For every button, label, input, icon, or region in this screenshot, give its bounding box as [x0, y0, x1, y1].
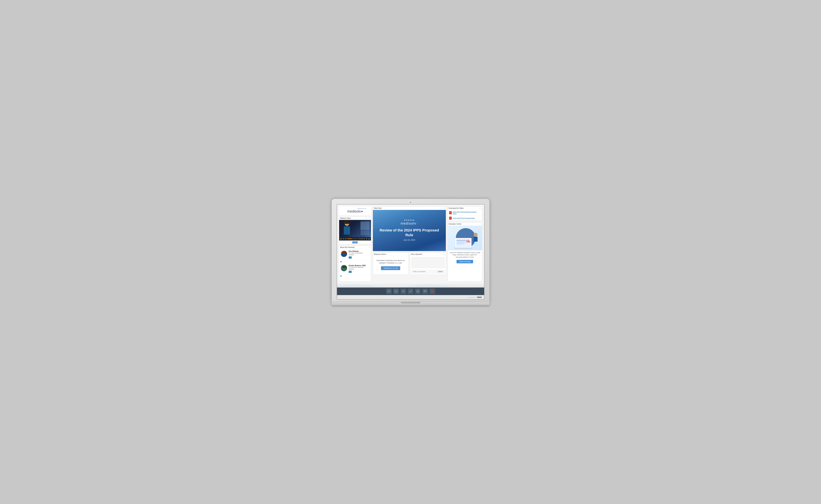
download-window[interactable]: □ — [480, 207, 481, 209]
bg-window-2 — [361, 230, 370, 235]
demo-panel: Request a Demo − Interested in learning … — [373, 252, 409, 275]
window-icon-2[interactable]: □ — [369, 246, 370, 248]
progress-bar[interactable] — [347, 239, 358, 239]
play-button[interactable]: ▶ — [340, 238, 342, 240]
svg-point-18 — [403, 290, 404, 291]
presenter-panel-title: About the Presenter — [340, 246, 355, 248]
hair — [344, 221, 350, 224]
slide-logo-text: medisolv — [401, 222, 418, 225]
slide-minus-icon[interactable]: − — [442, 207, 443, 209]
laptop-shell: medisolv Webinar Video ⤢ − □ — [332, 199, 490, 305]
slide-panel-title: Slide Deck — [374, 207, 382, 209]
play-label-button[interactable]: Play — [352, 241, 358, 243]
toolbar-edit-icon[interactable] — [408, 288, 413, 294]
presenter-panel: About the Presenter − □ — [339, 246, 371, 281]
download-link-2[interactable]: CMS 2024 IPPS Proposed Rule — [453, 217, 475, 219]
svg-rect-11 — [468, 240, 469, 242]
question-footer: Submit — [411, 270, 444, 273]
powered-by-text: POWERED BY — [468, 297, 475, 298]
download-minus[interactable]: − — [478, 207, 479, 209]
right-panel: Download the Slides − □ PDF 2024 IPPS Pr… — [448, 206, 482, 281]
minimize-icon[interactable]: − — [368, 246, 368, 248]
presenter-video — [343, 221, 352, 237]
s-dot-2 — [406, 220, 407, 221]
dot-4 — [362, 208, 363, 209]
svg-rect-3 — [457, 240, 466, 241]
edu-svg — [451, 227, 479, 250]
volume-icon[interactable]: 🔊 — [368, 238, 370, 240]
slide-header-controls: ⤢ − □ — [440, 207, 445, 209]
svg-rect-9 — [474, 237, 478, 242]
dot-5 — [364, 208, 364, 209]
fullscreen-icon[interactable]: ⤢ — [440, 207, 442, 209]
rewind-icon[interactable]: ↺ — [343, 238, 344, 240]
svg-rect-16 — [395, 290, 397, 292]
edu-text: Launch the Medisolv Education Center to … — [449, 252, 480, 258]
download-panel: Download the Slides − □ PDF 2024 IPPS Pr… — [448, 206, 482, 221]
download-header-controls: − □ — [478, 207, 481, 209]
question-input[interactable] — [411, 270, 435, 273]
expand-presenter-1[interactable]: ▶ — [339, 260, 371, 263]
wave-svg — [337, 283, 484, 288]
question-minus[interactable]: − — [442, 253, 443, 255]
presenter-2: Kristen Beatson, BSN VP, Electronic Meas… — [339, 263, 371, 274]
dot-1 — [358, 208, 358, 209]
timer-icon[interactable]: ⏱ — [345, 238, 347, 240]
toolbar-presentation-icon[interactable] — [386, 288, 392, 294]
dot-6 — [365, 208, 366, 209]
schedule-button[interactable]: Schedule a 1:1 call — [381, 266, 400, 270]
email-icon-2[interactable]: ✉ — [349, 271, 352, 273]
question-header-controls: − □ — [442, 253, 445, 255]
download-item-2[interactable]: PDF CMS 2024 IPPS Proposed Rule — [448, 216, 482, 221]
edu-panel-title: Education Center — [449, 223, 461, 225]
edu-body: Launch the Medisolv Education Center to … — [448, 250, 482, 265]
presenter-1-org: Medisolv — [349, 254, 370, 256]
expand-icon[interactable]: ⤢ — [366, 217, 367, 219]
toolbar-person-icon[interactable] — [401, 288, 406, 294]
download-item-1[interactable]: PDF 2024 IPPS Proposed Rule Review [PDF] — [448, 210, 482, 216]
bottom-toolbar — [337, 288, 484, 295]
question-textarea[interactable] — [411, 257, 444, 268]
logo-red-dot — [361, 211, 363, 212]
edu-minus[interactable]: − — [480, 223, 481, 225]
s-dot-3 — [408, 220, 409, 221]
wave-area — [337, 283, 484, 288]
question-panel: Ask a Question − □ Submit — [410, 252, 446, 275]
slide-red-dot — [417, 223, 418, 224]
presenter-1-name: Erin Heilman — [349, 250, 370, 252]
slide-date: July 19, 2023 — [403, 239, 415, 241]
minus-icon[interactable]: − — [368, 217, 368, 219]
avatar-1 — [341, 250, 347, 257]
demo-minus[interactable]: − — [407, 253, 407, 255]
video-panel: Webinar Video ⤢ − □ — [339, 216, 371, 244]
question-window[interactable]: □ — [444, 253, 445, 255]
avatar-img-2 — [341, 265, 347, 271]
toolbar-cancel-icon[interactable] — [429, 288, 435, 294]
slide-window-icon[interactable]: □ — [444, 207, 445, 209]
download-panel-header: Download the Slides − □ — [448, 207, 482, 210]
slide-panel-header: Slide Deck ⤢ − □ — [373, 207, 446, 210]
play-label-area: Play — [339, 240, 371, 244]
expand-presenter-2[interactable]: ▶ — [339, 274, 371, 278]
toolbar-screen-icon[interactable] — [422, 288, 428, 294]
medisolv-logo: medisolv — [339, 206, 371, 215]
center-panel: Slide Deck ⤢ − □ — [373, 206, 446, 281]
slide-logo-dots — [401, 220, 418, 221]
svg-point-19 — [417, 290, 419, 292]
submit-button[interactable]: Submit — [436, 270, 444, 273]
toolbar-monitor-icon[interactable] — [393, 288, 399, 294]
slide-logo: medisolv — [401, 220, 418, 225]
edu-panel-header: Education Center − — [448, 222, 482, 226]
toolbar-chat-icon[interactable] — [415, 288, 421, 294]
presenter-2-org: Medisolv — [349, 268, 370, 270]
presenter-2-name: Kristen Beatson, BSN — [349, 265, 370, 266]
footer-area: POWERED BY ON24 — [337, 288, 484, 299]
keep-learning-button[interactable]: Keep Learning — [456, 260, 473, 263]
window-icon[interactable]: □ — [369, 217, 370, 219]
svg-rect-21 — [424, 290, 426, 292]
bottom-center: Request a Demo − Interested in learning … — [373, 252, 446, 275]
settings-icon[interactable]: ⚙ — [366, 238, 367, 240]
presenter-panel-header: About the Presenter − □ — [339, 246, 371, 249]
download-link-1[interactable]: 2024 IPPS Proposed Rule Review [PDF] — [453, 211, 481, 215]
email-icon-1[interactable]: ✉ — [349, 256, 352, 259]
